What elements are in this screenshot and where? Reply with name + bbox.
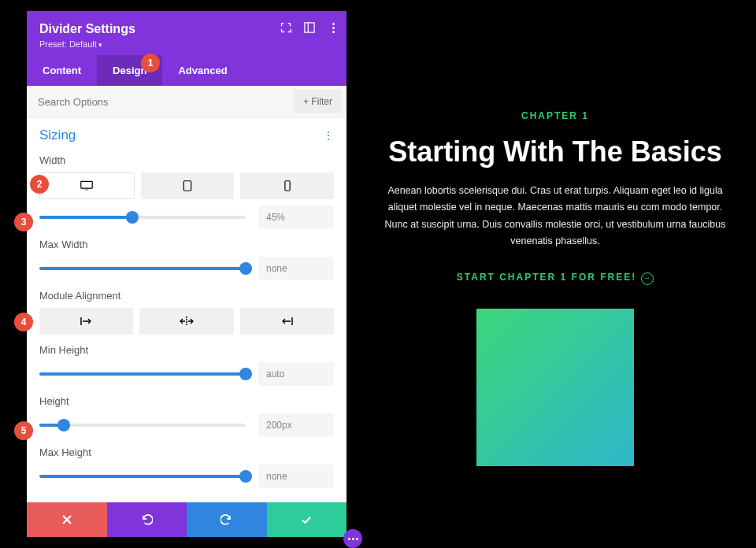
min-height-value[interactable]: auto [258, 362, 334, 386]
layout-icon[interactable] [304, 22, 315, 36]
panel-body[interactable]: Sizing ⋮ Width 45% Max Width none [27, 118, 346, 502]
width-value[interactable]: 45% [258, 206, 334, 229]
search-row: Filter [27, 86, 346, 118]
tab-content[interactable]: Content [27, 55, 97, 86]
search-input[interactable] [27, 87, 289, 117]
callout-badge-1: 1 [141, 54, 160, 72]
max-width-value[interactable]: none [258, 257, 334, 280]
settings-tabs: Content Design Advanced [27, 55, 346, 86]
module-options-button[interactable] [343, 529, 362, 548]
label-alignment: Module Alignment [39, 290, 334, 302]
align-center-button[interactable] [139, 308, 233, 335]
responsive-desktop[interactable] [39, 172, 135, 199]
svg-rect-5 [285, 181, 290, 191]
max-height-slider[interactable] [39, 475, 246, 478]
chapter-eyebrow: CHAPTER 1 [370, 110, 740, 121]
preview-content: CHAPTER 1 Starting With The Basics Aenea… [370, 110, 740, 466]
height-slider[interactable] [39, 424, 246, 427]
more-icon[interactable] [328, 22, 339, 36]
svg-rect-2 [81, 181, 92, 188]
max-height-slider-thumb[interactable] [239, 470, 252, 483]
label-max-width: Max Width [39, 239, 334, 250]
filter-button[interactable]: Filter [294, 90, 342, 113]
save-button[interactable] [267, 502, 347, 537]
min-height-slider[interactable] [39, 372, 246, 376]
callout-badge-2: 2 [30, 175, 49, 194]
label-max-height: Max Height [39, 446, 334, 458]
settings-panel: Divider Settings Preset: Default Content… [27, 11, 346, 537]
responsive-tablet[interactable] [141, 172, 235, 199]
section-sizing[interactable]: Sizing [39, 128, 76, 143]
width-slider[interactable] [39, 216, 246, 219]
preset-dropdown[interactable]: Preset: Default [39, 39, 334, 49]
label-min-height: Min Height [39, 344, 334, 356]
callout-badge-5: 5 [14, 421, 33, 440]
preview-cta-link[interactable]: START CHAPTER 1 FOR FREE! [370, 272, 740, 285]
preview-title: Starting With The Basics [370, 135, 740, 168]
undo-button[interactable] [107, 502, 187, 537]
panel-footer [27, 502, 346, 537]
align-left-button[interactable] [39, 308, 133, 335]
height-slider-thumb[interactable] [57, 419, 70, 431]
tab-advanced[interactable]: Advanced [162, 55, 243, 86]
width-slider-thumb[interactable] [126, 211, 139, 224]
max-height-value[interactable]: none [258, 465, 334, 488]
divider-module-preview[interactable] [476, 309, 634, 466]
redo-button[interactable] [187, 502, 267, 537]
svg-rect-3 [85, 189, 89, 190]
panel-header: Divider Settings Preset: Default [27, 11, 346, 55]
section-menu-icon[interactable]: ⋮ [323, 129, 334, 142]
responsive-phone[interactable] [240, 172, 334, 199]
max-width-slider-thumb[interactable] [239, 262, 252, 275]
label-height: Height [39, 395, 334, 407]
svg-rect-4 [183, 181, 191, 191]
label-width: Width [39, 154, 334, 166]
preview-body: Aenean lobortis scelerisque dui. Cras ut… [370, 183, 740, 250]
min-height-slider-thumb[interactable] [239, 368, 252, 380]
callout-badge-3: 3 [14, 213, 33, 231]
max-width-slider[interactable] [39, 267, 246, 270]
height-value[interactable]: 200px [258, 413, 334, 437]
align-right-button[interactable] [240, 308, 334, 335]
close-button[interactable] [27, 502, 107, 537]
callout-badge-4: 4 [14, 313, 33, 331]
svg-rect-0 [305, 23, 314, 32]
responsive-tabs [39, 172, 334, 199]
expand-icon[interactable] [280, 22, 291, 36]
